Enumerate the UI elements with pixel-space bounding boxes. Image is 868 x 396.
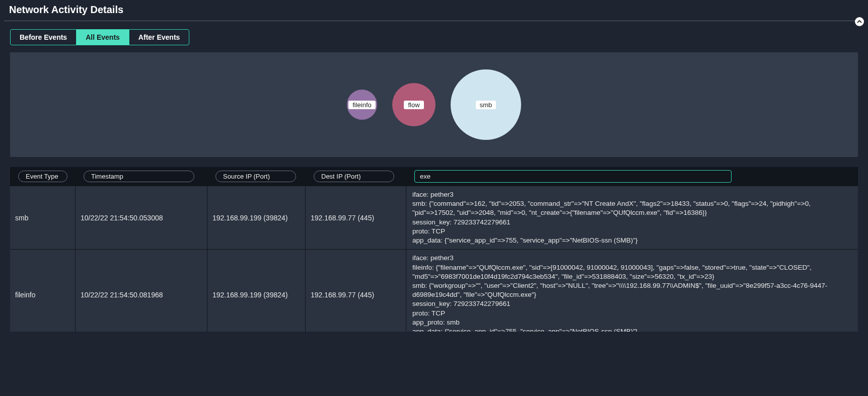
tab-after-events[interactable]: After Events [129, 30, 189, 45]
table-body[interactable]: smb 10/22/22 21:54:50.053008 192.168.99.… [10, 186, 858, 332]
filter-source-ip[interactable] [215, 171, 296, 182]
event-scope-tabs: Before Events All Events After Events [10, 29, 189, 45]
page-title: Network Activity Details [4, 0, 864, 21]
cell-details: iface: pether3 smb: {"command"=>162, "ti… [406, 186, 858, 249]
filter-event-type[interactable] [18, 171, 67, 182]
cell-timestamp: 10/22/22 21:54:50.081968 [76, 250, 207, 332]
cell-source-ip: 192.168.99.199 (39824) [207, 250, 306, 332]
cell-event-type: smb [10, 186, 76, 249]
filter-details[interactable] [414, 170, 732, 183]
bubble-flow[interactable]: flow [392, 83, 436, 126]
bubble-label: fileinfo [348, 101, 376, 109]
cell-dest-ip: 192.168.99.77 (445) [306, 186, 406, 249]
events-table: smb 10/22/22 21:54:50.053008 192.168.99.… [10, 167, 858, 332]
table-row[interactable]: fileinfo 10/22/22 21:54:50.081968 192.16… [10, 249, 858, 332]
table-row[interactable]: smb 10/22/22 21:54:50.053008 192.168.99.… [10, 186, 858, 249]
cell-source-ip: 192.168.99.199 (39824) [207, 186, 306, 249]
tab-before-events[interactable]: Before Events [11, 30, 76, 45]
cell-timestamp: 10/22/22 21:54:50.053008 [76, 186, 207, 249]
filter-timestamp[interactable] [84, 171, 194, 182]
cell-dest-ip: 192.168.99.77 (445) [306, 250, 406, 332]
filter-dest-ip[interactable] [314, 171, 394, 182]
collapse-panel-button[interactable] [855, 17, 864, 26]
event-type-bubble-chart: fileinfo flow smb [10, 52, 858, 157]
tab-all-events[interactable]: All Events [76, 30, 129, 45]
bubble-label: smb [476, 101, 496, 109]
table-header-row [10, 167, 858, 186]
bubble-fileinfo[interactable]: fileinfo [347, 90, 377, 120]
bubble-label: flow [404, 101, 423, 109]
chevron-up-icon [857, 19, 862, 24]
cell-event-type: fileinfo [10, 250, 76, 332]
title-divider [4, 21, 864, 21]
cell-details: iface: pether3 fileinfo: {"filename"=>"Q… [406, 250, 858, 332]
bubble-smb[interactable]: smb [451, 69, 521, 140]
